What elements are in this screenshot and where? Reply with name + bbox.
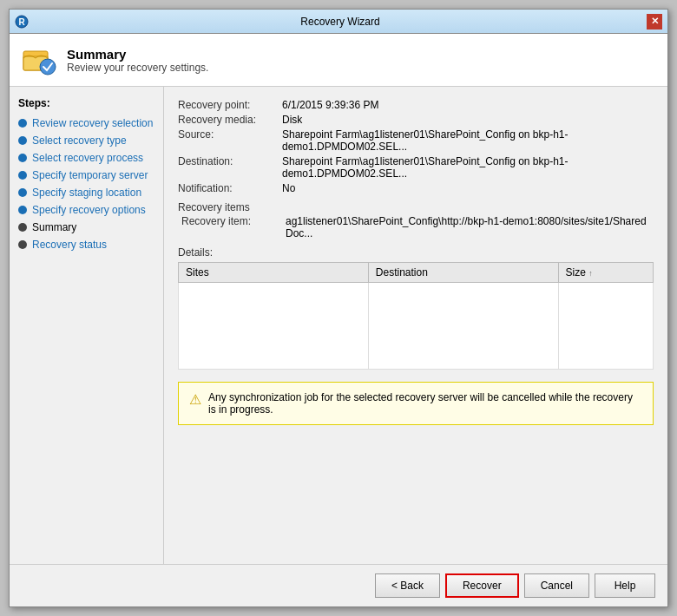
dot-icon (18, 223, 27, 232)
info-label: Notification: (178, 182, 282, 194)
sidebar-item-recovery-status[interactable]: Recovery status (10, 236, 163, 253)
dot-icon (18, 119, 27, 128)
sidebar-item-specify-staging-location[interactable]: Specify staging location (10, 184, 163, 201)
details-table-body (179, 283, 654, 370)
info-row-notification: Notification: No (178, 182, 654, 194)
app-icon: R (15, 15, 29, 29)
back-button[interactable]: < Back (375, 573, 440, 598)
window-title: Recovery Wizard (34, 16, 647, 28)
help-button[interactable]: Help (595, 573, 655, 598)
svg-text:R: R (18, 17, 25, 27)
header-icon (22, 43, 56, 77)
sidebar-item-label: Review recovery selection (32, 117, 153, 129)
info-label: Source: (178, 128, 282, 153)
info-value: Sharepoint Farm\ag1listener01\SharePoint… (282, 155, 654, 180)
dot-icon (18, 136, 27, 145)
header-subtitle: Review your recovery settings. (67, 62, 208, 74)
info-value: Disk (282, 114, 654, 126)
details-table: Sites Destination Size ↑ (178, 262, 654, 370)
sidebar-item-specify-temporary-server[interactable]: Specify temporary server (10, 167, 163, 184)
info-label: Destination: (178, 155, 282, 180)
sidebar-item-label: Specify temporary server (32, 169, 148, 181)
svg-point-4 (40, 59, 56, 75)
sidebar-item-label: Select recovery process (32, 152, 143, 164)
table-row-empty (179, 283, 654, 370)
sidebar-item-review-recovery-selection[interactable]: Review recovery selection (10, 115, 163, 132)
details-label: Details: (178, 246, 654, 259)
sidebar-item-label: Specify staging location (32, 187, 141, 199)
warning-text: Any synchronization job for the selected… (208, 391, 642, 416)
table-header-size: Size ↑ (558, 263, 653, 283)
warning-icon: ⚠ (189, 391, 201, 408)
info-label: Recovery point: (178, 99, 282, 111)
recovery-items-header: Recovery items (178, 201, 654, 213)
warning-box: ⚠ Any synchronization job for the select… (178, 382, 654, 425)
sidebar-item-label: Specify recovery options (32, 204, 146, 216)
info-value: No (282, 182, 654, 194)
info-row-recovery-item: Recovery item: ag1listener01\SharePoint_… (181, 215, 654, 239)
info-value: ag1listener01\SharePoint_Config\http://b… (286, 215, 654, 239)
sidebar-item-select-recovery-type[interactable]: Select recovery type (10, 132, 163, 149)
info-row-recovery-point: Recovery point: 6/1/2015 9:39:36 PM (178, 99, 654, 111)
footer: < Back Recover Cancel Help (10, 564, 667, 606)
recover-button[interactable]: Recover (445, 573, 519, 598)
header-title: Summary (67, 47, 208, 62)
info-row-recovery-media: Recovery media: Disk (178, 114, 654, 126)
dot-icon (18, 188, 27, 197)
table-header-sites: Sites (179, 263, 369, 283)
info-label: Recovery media: (178, 114, 282, 126)
header-text: Summary Review your recovery settings. (67, 47, 208, 74)
recovery-wizard-window: R Recovery Wizard ✕ Summary Review your … (9, 9, 668, 607)
info-row-destination: Destination: Sharepoint Farm\ag1listener… (178, 155, 654, 180)
dot-icon (18, 240, 27, 249)
sidebar-item-specify-recovery-options[interactable]: Specify recovery options (10, 201, 163, 219)
content-area: Steps: Review recovery selection Select … (10, 87, 667, 564)
cancel-button[interactable]: Cancel (524, 573, 589, 598)
sidebar-section-label: Steps: (10, 94, 163, 115)
info-row-source: Source: Sharepoint Farm\ag1listener01\Sh… (178, 128, 654, 153)
titlebar: R Recovery Wizard ✕ (10, 10, 667, 34)
sidebar-item-label: Summary (32, 221, 76, 233)
dot-icon (18, 154, 27, 162)
info-value: Sharepoint Farm\ag1listener01\SharePoint… (282, 128, 654, 153)
sidebar-item-summary[interactable]: Summary (10, 219, 163, 236)
sidebar-item-label: Recovery status (32, 239, 107, 251)
sidebar-item-label: Select recovery type (32, 134, 127, 147)
sidebar: Steps: Review recovery selection Select … (10, 87, 164, 564)
main-panel: Recovery point: 6/1/2015 9:39:36 PM Reco… (164, 87, 667, 564)
dot-icon (18, 206, 27, 214)
info-label: Recovery item: (181, 215, 286, 239)
close-button[interactable]: ✕ (647, 14, 662, 29)
sort-icon: ↑ (588, 269, 593, 278)
sidebar-item-select-recovery-process[interactable]: Select recovery process (10, 149, 163, 167)
info-value: 6/1/2015 9:39:36 PM (282, 99, 654, 111)
dot-icon (18, 171, 27, 180)
header-section: Summary Review your recovery settings. (10, 34, 667, 87)
table-header-destination: Destination (368, 263, 558, 283)
